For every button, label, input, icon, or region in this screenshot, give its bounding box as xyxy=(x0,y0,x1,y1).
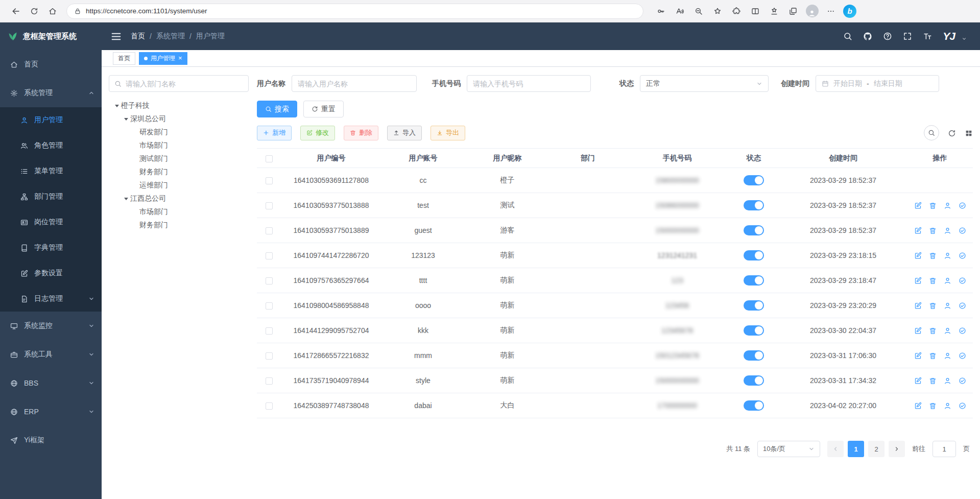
status-toggle[interactable] xyxy=(744,275,764,286)
row-checkbox[interactable] xyxy=(266,227,273,234)
edit-user-icon[interactable] xyxy=(914,327,922,335)
date-range-picker[interactable]: 开始日期 - 结束日期 xyxy=(816,75,939,92)
username-input[interactable] xyxy=(298,80,411,88)
phone-field[interactable] xyxy=(467,75,591,92)
browser-home-button[interactable] xyxy=(44,3,61,20)
split-screen-icon[interactable] xyxy=(747,3,763,19)
row-checkbox[interactable] xyxy=(266,302,273,310)
sidebar-toggle-icon[interactable] xyxy=(111,31,122,42)
breadcrumb-system[interactable]: 系统管理 xyxy=(156,32,185,41)
search-icon[interactable] xyxy=(843,32,852,41)
sidebar-item-system[interactable]: 系统管理 xyxy=(0,79,102,107)
sidebar-item-yi-framework[interactable]: Yi框架 xyxy=(0,426,102,455)
reset-password-icon[interactable] xyxy=(944,227,951,234)
tree-node[interactable]: 财务部门 xyxy=(109,165,249,179)
tree-node[interactable]: 测试部门 xyxy=(109,152,249,165)
delete-user-icon[interactable] xyxy=(929,302,937,310)
status-toggle[interactable] xyxy=(744,400,764,411)
table-row[interactable]: 1641098004586958848 oooo 萌新 123456 2023-… xyxy=(257,293,973,318)
row-checkbox[interactable] xyxy=(266,252,273,259)
reset-button[interactable]: 重置 xyxy=(303,101,344,117)
caret-down-icon[interactable] xyxy=(122,115,130,123)
github-icon[interactable] xyxy=(863,32,872,41)
sidebar-item-dict-mgmt[interactable]: 字典管理 xyxy=(0,235,102,260)
delete-user-icon[interactable] xyxy=(929,227,937,234)
tree-node[interactable]: 橙子科技 xyxy=(109,99,249,112)
user-logo[interactable]: YJ xyxy=(943,30,955,42)
sidebar-item-post-mgmt[interactable]: 岗位管理 xyxy=(0,209,102,235)
tree-node[interactable]: 财务部门 xyxy=(109,219,249,232)
status-toggle[interactable] xyxy=(744,350,764,361)
table-row[interactable]: 1641030593775013888 test 测试 15086000000 … xyxy=(257,193,973,218)
sidebar-item-role-mgmt[interactable]: 角色管理 xyxy=(0,133,102,158)
goto-page-input[interactable] xyxy=(933,441,956,457)
read-aloud-icon[interactable] xyxy=(672,3,688,19)
assign-role-icon[interactable] xyxy=(959,352,966,360)
sidebar-item-log-mgmt[interactable]: 日志管理 xyxy=(0,286,102,312)
password-key-icon[interactable] xyxy=(653,3,669,19)
status-toggle[interactable] xyxy=(744,200,764,210)
row-checkbox[interactable] xyxy=(266,402,273,410)
assign-role-icon[interactable] xyxy=(959,402,966,410)
next-page-button[interactable] xyxy=(889,441,905,457)
dept-search-input[interactable] xyxy=(126,80,243,88)
status-toggle[interactable] xyxy=(744,300,764,311)
export-button[interactable]: 导出 xyxy=(431,126,465,140)
status-toggle[interactable] xyxy=(744,375,764,386)
reset-password-icon[interactable] xyxy=(944,377,951,385)
tab-user-mgmt[interactable]: 用户管理 xyxy=(139,52,187,65)
assign-role-icon[interactable] xyxy=(959,377,966,385)
table-row[interactable]: 1641030593691127808 cc 橙子 15800000000 20… xyxy=(257,168,973,193)
browser-refresh-button[interactable] xyxy=(26,3,43,20)
reset-password-icon[interactable] xyxy=(944,252,951,259)
prev-page-button[interactable] xyxy=(827,441,844,457)
font-size-icon[interactable] xyxy=(923,32,932,41)
delete-user-icon[interactable] xyxy=(929,402,937,410)
tree-node[interactable]: 深圳总公司 xyxy=(109,112,249,126)
reset-password-icon[interactable] xyxy=(944,327,951,335)
table-row[interactable]: 1641030593775013889 guest 游客 15000000000… xyxy=(257,218,973,243)
delete-user-icon[interactable] xyxy=(929,202,937,209)
table-row[interactable]: 1641735719040978944 style 萌新 15000000000… xyxy=(257,368,973,393)
edit-user-icon[interactable] xyxy=(914,377,922,385)
table-row[interactable]: 1642503897748738048 dabai 大白 1700000000 … xyxy=(257,393,973,418)
assign-role-icon[interactable] xyxy=(959,202,966,209)
search-button[interactable]: 搜索 xyxy=(257,101,297,117)
username-field[interactable] xyxy=(292,75,417,92)
table-row[interactable]: 1641441299095752704 kkk 萌新 12345678 2023… xyxy=(257,318,973,343)
delete-user-icon[interactable] xyxy=(929,277,937,284)
reset-password-icon[interactable] xyxy=(944,402,951,410)
page-button-1[interactable]: 1 xyxy=(848,441,864,457)
sidebar-item-bbs[interactable]: BBS xyxy=(0,369,102,397)
row-checkbox[interactable] xyxy=(266,277,273,284)
extensions-icon[interactable] xyxy=(728,3,745,19)
table-row[interactable]: 1641097576365297664 tttt 萌新 123 2023-03-… xyxy=(257,268,973,293)
delete-user-icon[interactable] xyxy=(929,327,937,335)
import-button[interactable]: 导入 xyxy=(387,126,422,140)
assign-role-icon[interactable] xyxy=(959,327,966,335)
favorites-icon[interactable] xyxy=(766,3,782,19)
phone-input[interactable] xyxy=(473,80,585,88)
column-settings-button[interactable] xyxy=(965,128,973,137)
edit-user-icon[interactable] xyxy=(914,352,922,360)
page-button-2[interactable]: 2 xyxy=(868,441,885,457)
sidebar-item-home[interactable]: 首页 xyxy=(0,50,102,79)
caret-down-icon[interactable] xyxy=(113,102,121,109)
table-row[interactable]: 1641097441472286720 123123 萌新 1231241231… xyxy=(257,243,973,268)
reset-password-icon[interactable] xyxy=(944,202,951,209)
toggle-search-button[interactable] xyxy=(924,125,939,140)
assign-role-icon[interactable] xyxy=(959,277,966,284)
status-select[interactable]: 正常 xyxy=(640,75,769,92)
assign-role-icon[interactable] xyxy=(959,252,966,259)
favorites-add-icon[interactable] xyxy=(709,3,726,19)
sidebar-item-dept-mgmt[interactable]: 部门管理 xyxy=(0,184,102,209)
breadcrumb-home[interactable]: 首页 xyxy=(131,32,145,41)
row-checkbox[interactable] xyxy=(266,377,273,385)
tree-node[interactable]: 江西总公司 xyxy=(109,192,249,205)
reset-password-icon[interactable] xyxy=(944,352,951,360)
caret-down-icon[interactable] xyxy=(122,195,130,202)
collections-icon[interactable] xyxy=(785,3,801,19)
delete-user-icon[interactable] xyxy=(929,377,937,385)
add-button[interactable]: 新增 xyxy=(257,126,292,140)
row-checkbox[interactable] xyxy=(266,177,273,184)
